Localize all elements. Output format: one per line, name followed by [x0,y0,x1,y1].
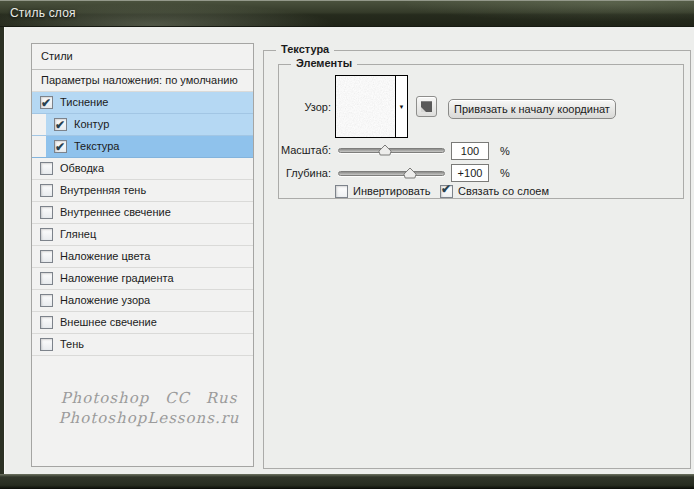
depth-slider[interactable] [338,171,445,176]
checkbox[interactable] [40,294,53,307]
depth-unit: % [500,167,510,179]
chevron-down-icon: ▼ [399,104,405,110]
list-item-contour[interactable]: Контур [32,114,253,136]
list-item-label: Внутреннее свечение [60,202,171,223]
list-item-label: Внутренняя тень [60,180,146,201]
scale-unit: % [500,145,510,157]
link-with-layer-label: Связать со слоем [458,185,549,197]
list-item-gradient-overlay[interactable]: Наложение градиента [32,268,253,290]
link-with-layer-checkbox[interactable] [440,185,453,198]
checkbox[interactable] [54,140,67,153]
list-item-label: Наложение градиента [60,268,174,289]
texture-group-title: Текстура [276,43,334,55]
depth-value-input[interactable] [451,164,489,182]
list-item-label: Тиснение [60,92,108,113]
depth-slider-thumb[interactable] [403,167,418,179]
checkbox[interactable] [40,184,53,197]
elements-group: Элементы Узор: ▼ [278,64,684,199]
pattern-picker[interactable]: ▼ [335,75,408,138]
link-checkbox-row: Связать со слоем [440,184,549,198]
pattern-label: Узор: [279,101,331,113]
new-pattern-button[interactable] [416,96,437,117]
list-item-label: Контур [74,114,109,135]
checkbox[interactable] [40,316,53,329]
snap-to-origin-button[interactable]: Привязать к началу координат [448,99,616,119]
pattern-thumbnail[interactable] [336,76,395,137]
list-item-label: Текстура [74,136,119,157]
new-pattern-icon [421,101,432,112]
checkbox[interactable] [54,118,67,131]
list-item-drop-shadow[interactable]: Тень [32,334,253,356]
list-item-label: Внешнее свечение [60,312,157,333]
depth-label: Глубина: [279,167,331,179]
watermark: Photoshop CC Rus PhotoshopLessons.ru [54,388,244,428]
list-item-label: Наложение цвета [60,246,150,267]
title-bar[interactable]: Стиль слоя [0,1,694,27]
checkbox[interactable] [40,96,53,109]
list-item-outer-glow[interactable]: Внешнее свечение [32,312,253,334]
checkbox[interactable] [40,206,53,219]
checkbox[interactable] [40,272,53,285]
texture-group: Текстура Элементы Узор: [263,50,691,469]
dialog-body: Стили Параметры наложения: по умолчанию … [4,27,694,475]
scale-label: Масштаб: [279,144,331,156]
list-item-pattern-overlay[interactable]: Наложение узора [32,290,253,312]
watermark-line2: PhotoshopLessons.ru [54,408,244,428]
list-item-label: Глянец [60,224,96,245]
invert-checkbox-label: Инвертировать [353,185,430,197]
styles-list-header: Стили [32,44,253,70]
pattern-noise-texture [336,76,395,137]
elements-group-title: Элементы [291,57,357,69]
list-item-bevel-emboss[interactable]: Тиснение [32,92,253,114]
layer-style-dialog: Стиль слоя Стили Параметры наложения: по… [0,0,694,489]
scale-value-input[interactable] [451,142,489,160]
scale-slider-thumb[interactable] [378,144,393,156]
list-item-label: Обводка [60,158,104,179]
list-item-label: Тень [60,334,84,355]
scale-slider[interactable] [338,148,445,153]
list-item-color-overlay[interactable]: Наложение цвета [32,246,253,268]
list-item-inner-glow[interactable]: Внутреннее свечение [32,202,253,224]
list-item-stroke[interactable]: Обводка [32,158,253,180]
checkbox[interactable] [40,162,53,175]
invert-checkbox-row: Инвертировать [335,184,430,198]
list-item-label: Параметры наложения: по умолчанию [41,70,238,91]
list-item-inner-shadow[interactable]: Внутренняя тень [32,180,253,202]
list-item-satin[interactable]: Глянец [32,224,253,246]
window-frame-bottom [0,474,694,489]
checkbox[interactable] [40,338,53,351]
list-item-label: Наложение узора [60,290,150,311]
list-item-texture[interactable]: Текстура [32,136,253,158]
styles-list: Стили Параметры наложения: по умолчанию … [31,43,254,467]
watermark-line1: Photoshop CC Rus [54,388,244,408]
window-title: Стиль слоя [10,6,76,20]
checkbox[interactable] [40,228,53,241]
list-item-blending-options[interactable]: Параметры наложения: по умолчанию [32,70,253,92]
pattern-dropdown-button[interactable]: ▼ [395,76,407,137]
invert-checkbox[interactable] [335,185,348,198]
checkbox[interactable] [40,250,53,263]
